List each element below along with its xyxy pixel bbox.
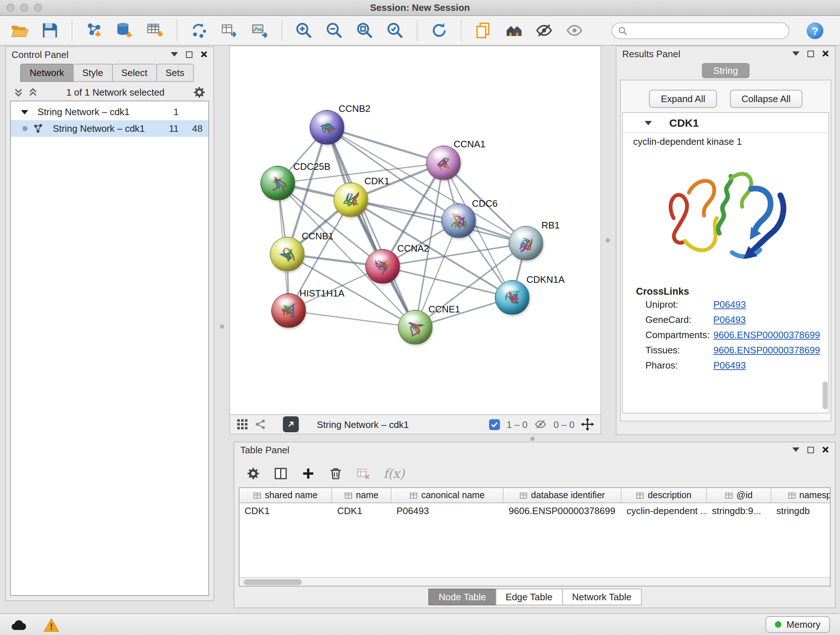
hscroll-thumb[interactable] [244,579,302,585]
network-selection-icon [189,21,208,40]
help-button[interactable]: ? [807,22,823,39]
tree-row-network[interactable]: String Network – cdk11148 [11,120,208,137]
hide-selected-button[interactable] [532,18,556,43]
open-in-new-window-button[interactable] [283,416,299,432]
panel-menu-icon[interactable] [792,448,799,452]
bottom-splitter-handle[interactable] [531,437,535,441]
column-icon [409,491,417,499]
copy-document-button[interactable] [471,18,496,43]
column-header-description[interactable]: description [622,488,707,502]
network-node-cdk1[interactable] [333,182,368,217]
collapse-section-icon[interactable] [645,120,652,125]
network-icon[interactable] [255,418,266,430]
left-splitter-handle[interactable] [220,325,224,329]
toolbar-search[interactable] [611,22,789,39]
open-session-button[interactable] [7,18,32,43]
panel-menu-icon[interactable] [792,51,799,56]
home-button[interactable] [501,18,526,43]
search-input[interactable] [632,25,783,36]
grid-icon[interactable] [237,418,248,430]
tab-node-table[interactable]: Node Table [428,589,496,605]
crosslink-compartments-link[interactable]: 9606.ENSP00000378699 [714,329,820,340]
zoom-in-button[interactable] [292,18,316,43]
network-canvas[interactable]: CCNB2CCNA1CDC25BCDK1CDC6RB1CCNB1CCNA2CDK… [229,46,601,434]
show-all-button[interactable] [562,18,587,43]
network-node-cdkn1a[interactable] [495,280,530,315]
section-scrollbar[interactable] [823,382,828,409]
save-session-button[interactable] [38,18,62,43]
column-header-id[interactable]: @id [707,488,771,502]
float-panel-icon[interactable] [807,447,814,453]
function-builder-button[interactable]: f(x) [384,466,404,480]
crosslink-tissues-link[interactable]: 9606.ENSP00000378699 [714,345,820,356]
memory-button[interactable]: Memory [766,616,830,633]
new-network-from-selection-button[interactable] [187,18,211,43]
warning-icon[interactable] [43,617,59,632]
close-panel-icon[interactable] [822,446,829,453]
crosslink-pharos-link[interactable]: P06493 [714,360,746,371]
tab-network-table[interactable]: Network Table [562,589,641,605]
column-header-database-identifier[interactable]: database identifier [504,488,622,502]
import-table-file-button[interactable] [142,18,167,43]
tree-row-collection[interactable]: String Network – cdk11 [11,103,208,120]
tab-edge-table[interactable]: Edge Table [496,589,563,605]
node-count: 11 [160,123,179,134]
expand-all-networks-icon[interactable] [27,87,38,98]
crosslink-uniprot-link[interactable]: P06493 [714,299,746,310]
network-node-ccna1[interactable] [426,146,461,180]
tab-network[interactable]: Network [20,64,73,82]
column-header-namespac[interactable]: namespac [771,488,831,502]
column-header-shared-name[interactable]: shared name [240,488,332,502]
tab-style[interactable]: Style [73,64,112,82]
selected-nodes-checkbox[interactable] [489,419,500,430]
network-label: String Network – cdk1 [53,123,155,134]
hidden-eye-slash-icon[interactable] [534,418,547,431]
zoom-selected-icon [386,21,404,40]
table-settings-gear-icon[interactable] [246,466,261,480]
crosslink-row: Compartments:9606.ENSP00000378699 [623,327,829,342]
panel-menu-icon[interactable] [171,52,178,57]
float-panel-icon[interactable] [807,50,814,57]
tab-select[interactable]: Select [112,64,156,82]
column-header-canonical-name[interactable]: canonical name [392,488,504,502]
table-row[interactable]: CDK1CDK1P064939606.ENSP00000378699cyclin… [240,503,830,518]
import-network-file-button[interactable] [82,18,106,43]
right-splitter-handle[interactable] [606,238,610,242]
zoom-selected-button[interactable] [383,18,407,43]
refresh-button[interactable] [427,18,452,43]
network-node-ccnb1[interactable] [270,237,305,272]
table-cell: CDK1 [332,503,392,518]
tab-sets[interactable]: Sets [156,64,194,82]
import-network-database-button[interactable] [112,18,137,43]
column-icon [519,491,527,499]
zoom-fit-button[interactable] [352,18,377,43]
column-header-name[interactable]: name [332,488,392,502]
expander-icon[interactable] [21,110,28,114]
table-hscrollbar[interactable] [240,577,830,586]
zoom-out-button[interactable] [322,18,347,43]
close-panel-icon[interactable] [201,51,208,58]
delete-column-icon[interactable] [328,466,343,480]
show-columns-icon[interactable] [273,466,288,480]
network-node-rb1[interactable] [508,226,543,261]
network-node-cdc6[interactable] [441,203,476,238]
network-node-ccnb2[interactable] [309,110,344,145]
move-icon[interactable] [581,418,594,431]
network-node-ccna2[interactable] [365,249,400,284]
export-image-button[interactable] [248,18,272,43]
collapse-all-networks-icon[interactable] [13,87,24,98]
network-node-cdc25b[interactable] [261,166,295,201]
node-label: CCNB2 [339,103,370,114]
gear-icon[interactable] [193,86,206,99]
close-panel-icon[interactable] [822,50,829,57]
expand-all-button[interactable]: Expand All [649,90,717,108]
crosslink-genecard-link[interactable]: P06493 [714,314,746,325]
column-icon [725,491,733,499]
network-node-ccne1[interactable] [398,310,433,345]
tab-string[interactable]: String [702,63,750,78]
add-column-icon[interactable] [301,466,316,480]
cloud-icon[interactable] [10,617,27,632]
export-network-button[interactable] [217,18,242,43]
float-panel-icon[interactable] [186,51,193,57]
collapse-all-button[interactable]: Collapse All [730,90,802,108]
